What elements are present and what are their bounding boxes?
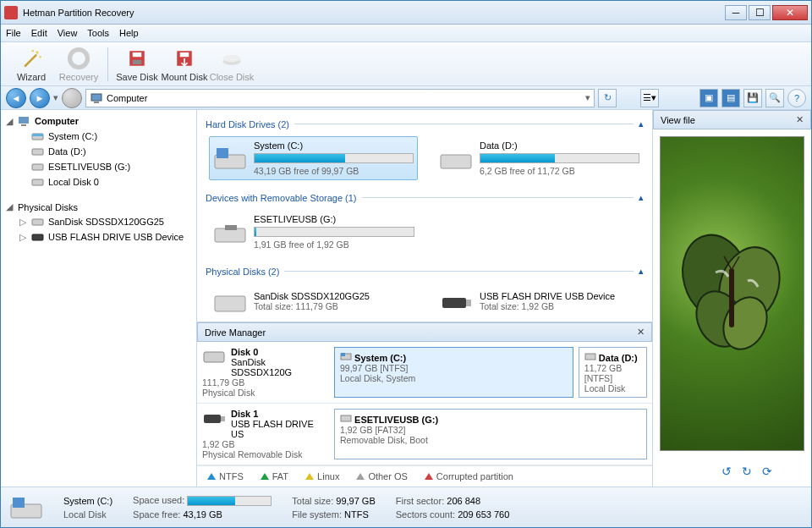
svg-point-1 [39, 55, 41, 58]
close-button[interactable]: ✕ [772, 5, 808, 20]
svg-rect-41 [729, 268, 734, 327]
tree-local-disk-0[interactable]: Local Disk 0 [4, 174, 193, 190]
minimize-button[interactable]: ─ [725, 5, 747, 20]
window-title: Hetman Partition Recovery [23, 8, 725, 18]
app-icon [4, 6, 18, 19]
menu-help[interactable]: Help [119, 28, 139, 38]
dm-partition-data[interactable]: Data (D:) 11,72 GB [NTFS] Local Disk [579, 347, 647, 398]
panel-button-2[interactable]: ▤ [721, 89, 740, 107]
back-button[interactable]: ◄ [6, 88, 26, 108]
menu-edit[interactable]: Edit [31, 28, 47, 38]
svg-point-3 [70, 49, 88, 67]
address-dropdown-icon[interactable]: ▾ [585, 92, 590, 103]
legend-corrupt: Corrupted partition [425, 471, 513, 481]
tree-usb-flash[interactable]: ▷ USB FLASH DRIVE USB Device [4, 229, 193, 245]
tree-physical-disks[interactable]: ◢ Physical Disks [4, 200, 193, 214]
computer-icon [18, 115, 31, 127]
search-button[interactable]: 🔍 [765, 89, 784, 107]
dm-disk1[interactable]: Disk 1 USB FLASH DRIVE US 1,92 GB Physic… [202, 409, 329, 459]
phys-usb-flash[interactable]: USB FLASH DRIVE USB Device Total size: 1… [435, 283, 644, 319]
svg-rect-21 [32, 234, 43, 240]
svg-rect-8 [180, 52, 189, 57]
svg-point-2 [31, 49, 34, 52]
rotate-right-button[interactable]: ↻ [742, 465, 757, 480]
drive-icon [31, 176, 45, 188]
titlebar: Hetman Partition Recovery ─ ☐ ✕ [1, 1, 811, 25]
save-icon-button[interactable]: 💾 [743, 89, 762, 107]
drive-data-d[interactable]: Data (D:) 6,2 GB free of 11,72 GB [435, 136, 644, 180]
dm-partition-system[interactable]: System (C:) 99,97 GB [NTFS] Local Disk, … [334, 347, 573, 398]
menu-view[interactable]: View [58, 28, 78, 38]
svg-rect-16 [32, 134, 43, 136]
drive-icon [340, 351, 352, 361]
menu-tools[interactable]: Tools [87, 28, 109, 38]
chevron-up-icon[interactable]: ▴ [639, 266, 644, 277]
svg-rect-35 [221, 416, 225, 421]
legend: NTFS FAT Linux Other OS Corrupted partit… [197, 465, 652, 487]
svg-rect-6 [133, 59, 142, 63]
viewfile-header: View file ✕ [653, 110, 811, 129]
save-disk-button[interactable]: Save Disk [113, 47, 161, 82]
navbar: ◄ ► ▾ Computer ▾ ↻ ☰▾ ▣ ▤ 💾 🔍 ? [1, 86, 811, 110]
dm-partition-eset[interactable]: ESETLIVEUSB (G:) 1,92 GB [FAT32] Removab… [334, 409, 647, 459]
svg-rect-19 [32, 179, 43, 185]
legend-other: Other OS [356, 471, 407, 481]
svg-rect-36 [341, 415, 351, 421]
chevron-up-icon[interactable]: ▴ [639, 192, 644, 203]
tree-system-c[interactable]: System (C:) [4, 129, 193, 144]
chevron-up-icon[interactable]: ▴ [639, 118, 644, 129]
rotate-left-button[interactable]: ↺ [721, 465, 737, 480]
preview-image [660, 136, 804, 451]
tree-data-d[interactable]: Data (D:) [4, 144, 193, 159]
floppy-mount-icon [173, 47, 196, 70]
svg-point-0 [36, 51, 39, 54]
status-drive-type: Local Disk [63, 509, 112, 520]
preview-pane: View file ✕ ↺ ↻ ⟳ [652, 110, 811, 487]
forward-button[interactable]: ► [30, 88, 50, 108]
svg-rect-20 [32, 219, 43, 225]
drive-icon [31, 161, 45, 173]
drive-system-c[interactable]: System (C:) 43,19 GB free of 99,97 GB [209, 136, 418, 180]
section-removable[interactable]: Devices with Removable Storage (1)▴ [206, 189, 644, 206]
address-bar[interactable]: Computer ▾ [85, 89, 595, 107]
close-icon[interactable]: ✕ [637, 327, 645, 338]
help-button[interactable]: ? [787, 89, 806, 107]
panel-button-1[interactable]: ▣ [700, 89, 718, 107]
dm-disk0[interactable]: Disk 0 SanDisk SDSSDX120G 111,79 GB Phys… [202, 347, 329, 398]
tree-sandisk[interactable]: ▷ SanDisk SDSSDX120GG25 [4, 214, 193, 229]
tree-esetliveusb[interactable]: ESETLIVEUSB (G:) [4, 159, 193, 174]
drive-esetliveusb[interactable]: ESETLIVEUSB (G:) 1,91 GB free of 1,92 GB [209, 210, 419, 254]
drive-icon [439, 145, 473, 172]
svg-rect-26 [225, 225, 237, 230]
view-options-button[interactable]: ☰▾ [640, 89, 659, 107]
hdd-icon [213, 288, 247, 315]
usb-icon [439, 288, 473, 315]
up-button[interactable] [62, 88, 82, 108]
close-icon[interactable]: ✕ [796, 114, 804, 125]
section-hdd[interactable]: Hard Disk Drives (2)▴ [206, 115, 644, 133]
menubar: File Edit View Tools Help [1, 25, 811, 42]
drive-manager-panel: Drive Manager ✕ Disk 0 SanDisk SDSSDX120… [197, 322, 652, 487]
section-physical[interactable]: Physical Disks (2)▴ [206, 262, 644, 280]
wizard-button[interactable]: Wizard [8, 47, 55, 82]
phys-sandisk[interactable]: SanDisk SDSSDX120GG25 Total size: 111,79… [209, 283, 418, 319]
disk-close-icon [220, 47, 244, 70]
svg-rect-17 [32, 149, 43, 155]
drive-icon [31, 146, 45, 157]
drive-icon [9, 494, 43, 521]
menu-file[interactable]: File [6, 28, 21, 38]
computer-icon [90, 91, 103, 105]
maximize-button[interactable]: ☐ [749, 5, 771, 20]
svg-rect-28 [442, 298, 466, 308]
svg-rect-14 [21, 124, 26, 126]
status-drive-name: System (C:) [63, 496, 112, 506]
tree-computer[interactable]: ◢ Computer [4, 113, 193, 129]
drive-manager-header: Drive Manager ✕ [197, 322, 652, 342]
refresh-button[interactable]: ↻ [598, 89, 617, 107]
history-dropdown-icon[interactable]: ▾ [53, 92, 58, 103]
mount-disk-button[interactable]: Mount Disk [161, 47, 208, 82]
svg-rect-11 [91, 94, 102, 101]
usb-icon [31, 231, 45, 243]
refresh-preview-button[interactable]: ⟳ [762, 465, 777, 480]
butterfly-icon [673, 226, 792, 361]
